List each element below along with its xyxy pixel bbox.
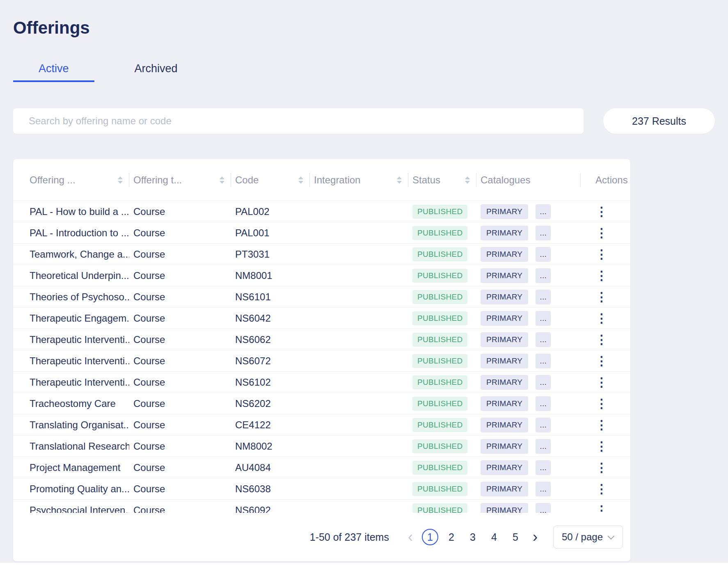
pagination-summary: 1-50 of 237 items [310,531,389,543]
catalogue-more-badge[interactable]: ... [536,418,551,432]
offering-type-cell: Course [129,227,231,239]
catalogue-more-badge[interactable]: ... [536,268,551,283]
column-header-offering[interactable]: Offering ... [13,159,129,201]
table-row[interactable]: Translating Organisat... Course CE4122 P… [13,414,630,436]
table-row[interactable]: Therapeutic Interventi... Course NS6072 … [13,350,630,372]
catalogue-badge[interactable]: PRIMARY [481,332,528,347]
offering-name-cell: Theoretical Underpin... [13,270,129,281]
kebab-menu-icon[interactable]: ⋮ [595,462,608,474]
status-badge: PUBLISHED [412,269,467,283]
catalogue-more-badge[interactable]: ... [536,290,551,304]
kebab-menu-icon[interactable]: ⋮ [595,504,608,513]
tab-active[interactable]: Active [13,57,94,82]
table-row[interactable]: Theories of Psychoso... Course NS6101 PU… [13,286,630,308]
table-row[interactable]: PAL - Introduction to ... Course PAL001 … [13,222,630,244]
offering-name-cell: Therapeutic Interventi... [13,334,129,345]
table-row[interactable]: Therapeutic Interventi... Course NS6102 … [13,372,630,393]
catalogue-more-badge[interactable]: ... [536,460,551,475]
kebab-menu-icon[interactable]: ⋮ [595,270,608,282]
kebab-menu-icon[interactable]: ⋮ [595,483,608,495]
column-header-offering-t[interactable]: Offering t... [129,159,231,201]
catalogue-badge[interactable]: PRIMARY [481,354,528,368]
offering-code-cell: PT3031 [231,249,310,260]
pagination-page-5[interactable]: 5 [507,529,524,545]
catalogue-more-badge[interactable]: ... [536,311,551,326]
kebab-menu-icon[interactable]: ⋮ [595,419,608,431]
catalogue-badge[interactable]: PRIMARY [481,503,528,513]
catalogue-badge[interactable]: PRIMARY [481,396,528,411]
catalogue-badge[interactable]: PRIMARY [481,482,528,496]
catalogue-more-badge[interactable]: ... [536,396,551,411]
kebab-menu-icon[interactable]: ⋮ [595,206,608,218]
bottom-strip [0,563,728,576]
catalogue-badge[interactable]: PRIMARY [481,375,528,390]
page-size-select[interactable]: 50 / page [553,526,623,549]
pagination-prev-button[interactable]: ‹ [405,530,415,544]
catalogue-badge[interactable]: PRIMARY [481,247,528,262]
pagination-page-1[interactable]: 1 [422,529,438,545]
table-row[interactable]: Therapeutic Engagem... Course NS6042 PUB… [13,308,630,329]
catalogue-more-badge[interactable]: ... [536,503,551,513]
kebab-menu-icon[interactable]: ⋮ [595,355,608,367]
pagination-next-button[interactable]: › [530,530,540,544]
column-header-integration[interactable]: Integration [310,159,408,201]
actions-cell: ⋮ [581,206,630,218]
catalogue-more-badge[interactable]: ... [536,226,551,240]
kebab-menu-icon[interactable]: ⋮ [595,248,608,261]
catalogue-more-badge[interactable]: ... [536,247,551,262]
catalogue-more-badge[interactable]: ... [536,375,551,390]
status-cell: PUBLISHED [408,226,476,240]
catalogue-badge[interactable]: PRIMARY [481,204,528,219]
table-row[interactable]: Psychosocial Interven... Course NS6092 P… [13,500,630,513]
results-count-pill[interactable]: 237 Results [603,108,715,134]
tab-archived[interactable]: Archived [109,57,203,82]
table-row[interactable]: Teamwork, Change a... Course PT3031 PUBL… [13,244,630,265]
offering-name-cell: Therapeutic Interventi... [13,377,129,388]
column-header-catalogues[interactable]: Catalogues [476,159,581,201]
sort-icon [220,176,224,184]
table-row[interactable]: Tracheostomy Care Course NS6202 PUBLISHE… [13,393,630,414]
catalogue-more-badge[interactable]: ... [536,204,551,219]
offering-type-cell: Course [129,206,231,217]
kebab-menu-icon[interactable]: ⋮ [595,227,608,239]
catalogue-more-badge[interactable]: ... [536,482,551,496]
catalogue-badge[interactable]: PRIMARY [481,418,528,432]
offering-type-cell: Course [129,313,231,324]
kebab-menu-icon[interactable]: ⋮ [595,291,608,303]
offering-code-cell: NS6101 [231,291,310,303]
actions-cell: ⋮ [581,462,630,474]
search-input[interactable] [13,108,584,134]
catalogue-badge[interactable]: PRIMARY [481,290,528,304]
table-row[interactable]: PAL - How to build a ... Course PAL002 P… [13,201,630,222]
catalogue-badge[interactable]: PRIMARY [481,311,528,326]
table-row[interactable]: Therapeutic Interventi... Course NS6062 … [13,329,630,350]
catalogue-badge[interactable]: PRIMARY [481,460,528,475]
status-badge: PUBLISHED [412,461,467,475]
kebab-menu-icon[interactable]: ⋮ [595,398,608,410]
kebab-menu-icon[interactable]: ⋮ [595,376,608,389]
caret-up-icon [220,176,224,179]
table-row[interactable]: Translational Research Course NM8002 PUB… [13,436,630,457]
catalogue-badge[interactable]: PRIMARY [481,268,528,283]
catalogue-more-badge[interactable]: ... [536,332,551,347]
status-cell: PUBLISHED [408,482,476,496]
column-header-actions[interactable]: Actions [581,159,630,201]
catalogue-badge[interactable]: PRIMARY [481,439,528,454]
kebab-menu-icon[interactable]: ⋮ [595,440,608,453]
table-row[interactable]: Theoretical Underpin... Course NM8001 PU… [13,265,630,286]
table-row[interactable]: Project Management Course AU4084 PUBLISH… [13,457,630,478]
catalogue-badge[interactable]: PRIMARY [481,226,528,240]
pagination-page-2[interactable]: 2 [443,529,460,545]
kebab-menu-icon[interactable]: ⋮ [595,334,608,346]
catalogue-more-badge[interactable]: ... [536,354,551,368]
column-header-status[interactable]: Status [408,159,476,201]
status-cell: PUBLISHED [408,503,476,513]
status-cell: PUBLISHED [408,418,476,432]
actions-cell: ⋮ [581,270,630,282]
pagination-page-4[interactable]: 4 [486,529,502,545]
kebab-menu-icon[interactable]: ⋮ [595,312,608,325]
column-header-code[interactable]: Code [231,159,310,201]
pagination-page-3[interactable]: 3 [465,529,481,545]
catalogue-more-badge[interactable]: ... [536,439,551,454]
table-row[interactable]: Promoting Quality an... Course NS6038 PU… [13,478,630,500]
